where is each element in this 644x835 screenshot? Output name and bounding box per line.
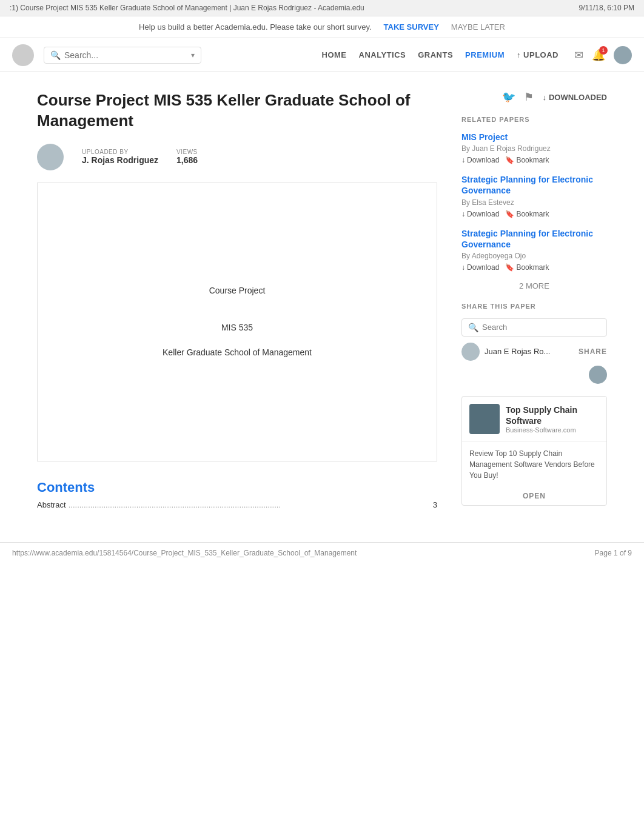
browser-datetime: 9/11/18, 6:10 PM (579, 4, 634, 12)
share-search-input[interactable] (482, 323, 600, 332)
views-section: VIEWS 1,686 (176, 149, 198, 165)
download-button[interactable]: ↓ DOWNLOADED (542, 93, 607, 102)
sidebar-right: 🐦 ⚑ ↓ DOWNLOADED RELATED PAPERS MIS Proj… (461, 90, 607, 512)
nav-home[interactable]: HOME (322, 50, 347, 59)
nav-links: HOME ANALYTICS GRANTS PREMIUM ↑ UPLOAD (322, 50, 558, 59)
take-survey-button[interactable]: TAKE SURVEY (384, 22, 439, 32)
share-user-name: Juan E Rojas Ro... (485, 347, 574, 356)
chevron-down-icon[interactable]: ▾ (191, 51, 195, 59)
share-search-container: 🔍 (461, 318, 607, 337)
nav-upload[interactable]: ↑ UPLOAD (517, 50, 558, 59)
survey-banner: Help us build a better Academia.edu. Ple… (0, 16, 644, 38)
bookmark-icon: 🔖 (505, 156, 514, 164)
views-label: VIEWS (176, 149, 198, 155)
related-paper-2-title[interactable]: Strategic Planning for Electronic Govern… (461, 174, 607, 196)
related-paper-1: MIS Project By Juan E Rojas Rodriguez ↓ … (461, 132, 607, 164)
survey-message: Help us build a better Academia.edu. Ple… (139, 22, 371, 32)
related-paper-2-actions: ↓ Download 🔖 Bookmark (461, 210, 607, 218)
ad-title: Top Supply Chain Software (506, 404, 599, 426)
twitter-share-icon[interactable]: 🐦 (502, 90, 515, 104)
uploader-name[interactable]: J. Rojas Rodriguez (82, 155, 158, 165)
mail-icon[interactable]: ✉ (574, 49, 583, 62)
preview-line-3: Keller Graduate School of Management (163, 343, 312, 362)
bell-icon[interactable]: 🔔 1 (592, 49, 605, 62)
nav-logo[interactable] (12, 44, 34, 66)
preview-line-2: MIS 535 (221, 318, 253, 337)
page-footer: https://www.academia.edu/15814564/Course… (0, 542, 644, 563)
related-paper-2: Strategic Planning for Electronic Govern… (461, 174, 607, 218)
user-avatar[interactable] (614, 46, 632, 64)
share-search-icon: 🔍 (468, 323, 478, 332)
abstract-page: 3 (433, 500, 437, 509)
ad-thumbnail (469, 404, 500, 434)
extra-avatar (589, 366, 607, 384)
bookmark-icon-3: 🔖 (505, 263, 514, 272)
related-paper-1-title[interactable]: MIS Project (461, 132, 607, 143)
maybe-later-button[interactable]: MAYBE LATER (451, 22, 505, 32)
nav-premium[interactable]: PREMIUM (465, 50, 505, 59)
related-paper-1-download[interactable]: ↓ Download (461, 156, 499, 164)
abstract-label: Abstract (37, 500, 66, 509)
share-button[interactable]: SHARE (579, 347, 607, 356)
ad-header: Top Supply Chain Software Business-Softw… (462, 397, 606, 442)
browser-bar: :1) Course Project MIS 535 Keller Gradua… (0, 0, 644, 16)
uploaded-by-section: UPLOADED BY J. Rojas Rodriguez (82, 149, 158, 165)
ad-open-button[interactable]: OPEN (462, 487, 606, 505)
main-layout: Course Project MIS 535 Keller Graduate S… (25, 72, 619, 530)
related-paper-1-actions: ↓ Download 🔖 Bookmark (461, 156, 607, 164)
download-icon: ↓ (461, 156, 465, 164)
related-paper-3-bookmark[interactable]: 🔖 Bookmark (505, 263, 549, 272)
share-user-row: Juan E Rojas Ro... SHARE (461, 343, 607, 361)
document-preview: Course Project MIS 535 Keller Graduate S… (37, 183, 437, 461)
document-meta: UPLOADED BY J. Rojas Rodriguez VIEWS 1,6… (37, 144, 437, 170)
contents-title: Contents (37, 480, 437, 495)
share-title: SHARE THIS PAPER (461, 303, 607, 310)
ad-description: Review Top 10 Supply Chain Management So… (462, 442, 606, 487)
related-paper-3-download[interactable]: ↓ Download (461, 263, 499, 272)
download-label: DOWNLOADED (549, 93, 607, 102)
uploader-avatar (37, 144, 64, 170)
content-left: Course Project MIS 535 Keller Graduate S… (37, 90, 437, 512)
browser-tab-title: :1) Course Project MIS 535 Keller Gradua… (10, 4, 364, 12)
related-paper-3: Strategic Planning for Electronic Govern… (461, 228, 607, 272)
search-container: 🔍 ▾ (44, 47, 201, 64)
related-paper-3-author: By Adegboyega Ojo (461, 252, 607, 260)
related-paper-1-bookmark[interactable]: 🔖 Bookmark (505, 156, 549, 164)
paper-actions: 🐦 ⚑ ↓ DOWNLOADED (461, 90, 607, 104)
ad-text-info: Top Supply Chain Software Business-Softw… (506, 404, 599, 434)
share-user-avatar (461, 343, 480, 361)
contents-abstract-row: Abstract ...............................… (37, 500, 437, 509)
search-input[interactable] (64, 50, 185, 60)
related-papers-section: RELATED PAPERS MIS Project By Juan E Roj… (461, 116, 607, 290)
nav-icons: ✉ 🔔 1 (574, 46, 632, 64)
document-title: Course Project MIS 535 Keller Graduate S… (37, 90, 437, 132)
top-nav: 🔍 ▾ HOME ANALYTICS GRANTS PREMIUM ↑ UPLO… (0, 38, 644, 72)
related-paper-3-title[interactable]: Strategic Planning for Electronic Govern… (461, 228, 607, 250)
footer-url: https://www.academia.edu/15814564/Course… (12, 549, 357, 557)
search-icon: 🔍 (50, 50, 61, 60)
nav-grants[interactable]: GRANTS (418, 50, 453, 59)
ad-source: Business-Software.com (506, 426, 599, 434)
related-paper-2-download[interactable]: ↓ Download (461, 210, 499, 218)
footer-page-info: Page 1 of 9 (595, 549, 632, 557)
more-papers-button[interactable]: 2 MORE (461, 281, 607, 290)
abstract-dots: ........................................… (69, 500, 431, 509)
download-arrow-icon: ↓ (542, 93, 546, 102)
download-icon-3: ↓ (461, 263, 465, 272)
related-papers-title: RELATED PAPERS (461, 116, 607, 123)
related-paper-2-bookmark[interactable]: 🔖 Bookmark (505, 210, 549, 218)
flag-icon[interactable]: ⚑ (524, 90, 534, 104)
nav-analytics[interactable]: ANALYTICS (359, 50, 406, 59)
contents-section: Contents Abstract ......................… (37, 480, 437, 509)
related-paper-3-actions: ↓ Download 🔖 Bookmark (461, 263, 607, 272)
preview-line-1: Course Project (209, 281, 266, 300)
related-paper-1-author: By Juan E Rojas Rodriguez (461, 144, 607, 153)
ad-section: Top Supply Chain Software Business-Softw… (461, 396, 607, 506)
views-count: 1,686 (176, 155, 198, 165)
notification-badge: 1 (599, 46, 608, 55)
share-section: SHARE THIS PAPER 🔍 Juan E Rojas Ro... SH… (461, 303, 607, 384)
download-icon-2: ↓ (461, 210, 465, 218)
related-paper-2-author: By Elsa Estevez (461, 198, 607, 207)
bookmark-icon-2: 🔖 (505, 210, 514, 218)
uploaded-by-label: UPLOADED BY (82, 149, 158, 155)
